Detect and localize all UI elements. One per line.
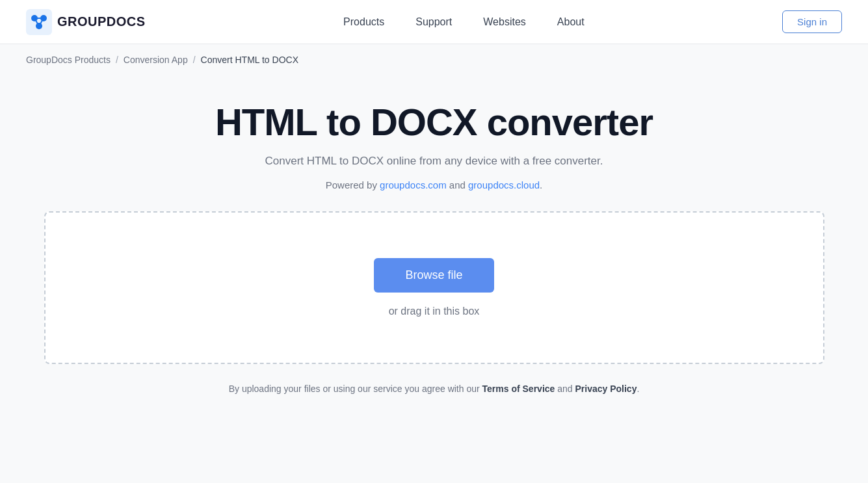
powered-by-suffix: . <box>540 179 542 190</box>
upload-dropzone[interactable]: Browse file or drag it in this box <box>44 211 824 364</box>
breadcrumb: GroupDocs Products / Conversion App / Co… <box>0 44 868 75</box>
groupdocs-logo-icon <box>26 9 52 35</box>
breadcrumb-app[interactable]: Conversion App <box>124 55 188 65</box>
nav-support[interactable]: Support <box>415 16 452 28</box>
powered-by-prefix: Powered by <box>326 179 380 190</box>
footer-legal-note: By uploading your files or using our ser… <box>229 384 640 394</box>
powered-by-and: and <box>447 179 468 190</box>
browse-file-button[interactable]: Browse file <box>374 258 493 293</box>
groupdocs-com-link[interactable]: groupdocs.com <box>380 179 447 190</box>
sign-in-button[interactable]: Sign in <box>782 10 842 33</box>
nav-websites[interactable]: Websites <box>483 16 526 28</box>
terms-of-service-link[interactable]: Terms of Service <box>482 384 555 394</box>
page-title: HTML to DOCX converter <box>215 101 653 143</box>
footer-note-suffix: . <box>637 384 639 394</box>
svg-rect-0 <box>26 9 52 35</box>
groupdocs-cloud-link[interactable]: groupdocs.cloud <box>468 179 540 190</box>
breadcrumb-separator-1: / <box>116 55 118 65</box>
nav-about[interactable]: About <box>557 16 585 28</box>
drag-hint-text: or drag it in this box <box>389 306 480 317</box>
main-nav: Products Support Websites About <box>343 16 585 28</box>
footer-note-and: and <box>555 384 575 394</box>
footer-note-prefix: By uploading your files or using our ser… <box>229 384 482 394</box>
privacy-policy-link[interactable]: Privacy Policy <box>575 384 637 394</box>
main-content: HTML to DOCX converter Convert HTML to D… <box>0 75 868 413</box>
logo-area: GROUPDOCS <box>26 9 146 35</box>
breadcrumb-current: Convert HTML to DOCX <box>201 55 298 65</box>
logo-text: GROUPDOCS <box>57 14 146 29</box>
page-subtitle: Convert HTML to DOCX online from any dev… <box>265 155 603 168</box>
breadcrumb-root[interactable]: GroupDocs Products <box>26 55 111 65</box>
nav-products[interactable]: Products <box>343 16 384 28</box>
site-header: GROUPDOCS Products Support Websites Abou… <box>0 0 868 44</box>
powered-by-text: Powered by groupdocs.com and groupdocs.c… <box>326 179 543 190</box>
breadcrumb-separator-2: / <box>193 55 196 65</box>
